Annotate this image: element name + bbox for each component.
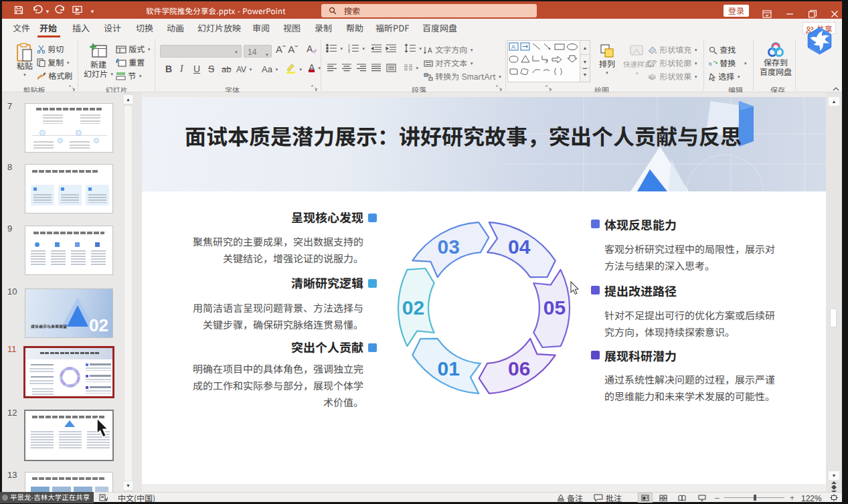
svg-text:03: 03 — [438, 236, 460, 258]
svg-text:06: 06 — [508, 357, 530, 380]
svg-text:01: 01 — [438, 357, 460, 380]
svg-text:02: 02 — [402, 297, 424, 319]
svg-text:05: 05 — [543, 297, 566, 319]
svg-text:04: 04 — [508, 236, 531, 258]
